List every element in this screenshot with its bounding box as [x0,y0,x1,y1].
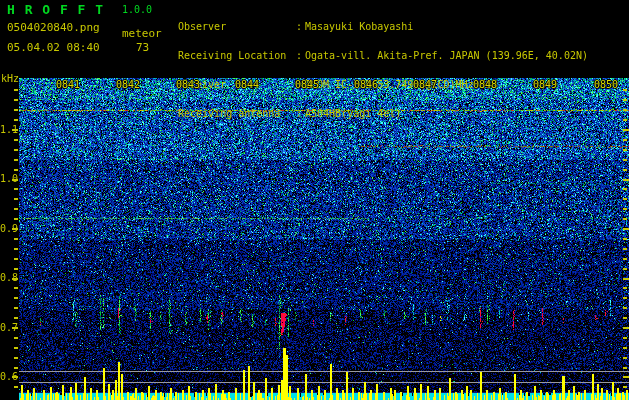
observer-label: Observer [178,22,296,32]
hrofft-window: H R O F F T 1.0.0 0504020840.png meteor … [0,0,629,400]
separator: : [296,22,305,32]
x-axis-time-label: 0850 [594,79,618,90]
receiver-value: ICOM IC-575 53.7492(@LCD)MHz USB [305,79,498,90]
x-axis-time-label: 0845 [295,79,319,90]
x-axis-time-label: 0842 [116,79,140,90]
output-filename: 0504020840.png [7,21,100,34]
y-axis-label: 0.8 [0,272,13,283]
x-axis-time-label: 0846 [354,79,378,90]
x-axis-time-label: 0843 [176,79,200,90]
antenna-value: A504HB(yagi 4el) [305,108,401,119]
datetime-label: 05.04.02 08:40 [7,41,100,54]
x-axis-time-label: 0844 [235,79,259,90]
y-axis-label: 0.7 [0,322,13,333]
x-axis-time-label: 0848 [473,79,497,90]
observer-value: Masayuki Kobayashi [305,21,413,32]
station-row-antenna: Receiving antenna:A504HB(yagi 4el) [178,109,588,119]
y-axis-unit-label: kHz [1,73,19,84]
separator: : [296,51,305,61]
location-value: Ogata-vill. Akita-Pref. JAPAN (139.96E, … [305,50,588,61]
y-axis-label: 0.9 [0,223,13,234]
echo-count: 73 [136,41,149,54]
station-row-location: Receiving Location:Ogata-vill. Akita-Pre… [178,51,588,61]
antenna-label: Receiving antenna [178,109,296,119]
location-label: Receiving Location [178,51,296,61]
station-row-observer: Observer:Masayuki Kobayashi [178,22,588,32]
app-title: H R O F F T [7,2,104,17]
x-axis-time-label: 0847 [413,79,437,90]
separator: : [296,109,305,119]
x-axis-time-label: 0849 [533,79,557,90]
station-info: Observer:Masayuki Kobayashi Receiving Lo… [178,3,588,137]
app-version: 1.0.0 [122,4,152,15]
y-axis-label: 1.1 [0,124,13,135]
y-axis-label: 0.6 [0,371,13,382]
x-axis-time-label: 0841 [56,79,80,90]
mode-label: meteor [122,27,162,40]
y-axis-label: 1.0 [0,173,13,184]
